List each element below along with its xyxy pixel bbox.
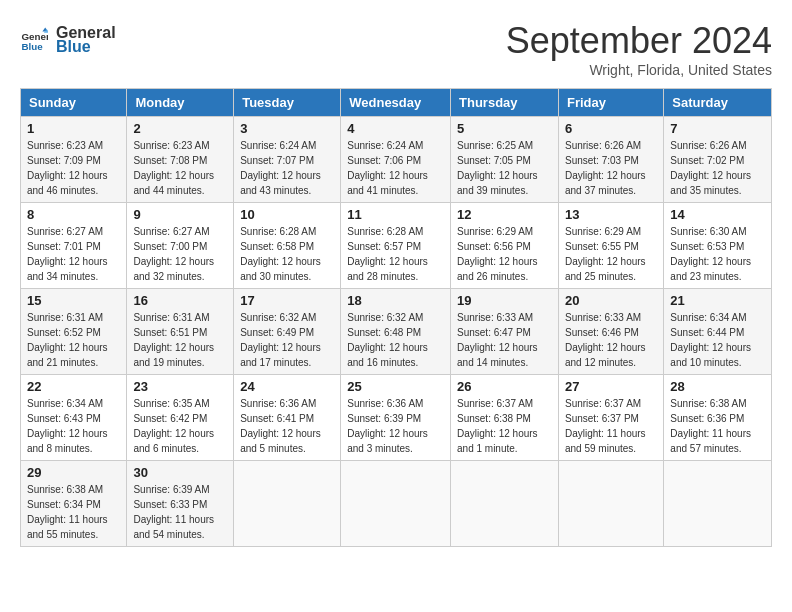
logo-icon: General Blue <box>20 26 48 54</box>
day-info: Sunrise: 6:26 AM Sunset: 7:03 PM Dayligh… <box>565 138 657 198</box>
header-thursday: Thursday <box>451 89 559 117</box>
calendar-cell: 27 Sunrise: 6:37 AM Sunset: 6:37 PM Dayl… <box>558 375 663 461</box>
day-info: Sunrise: 6:29 AM Sunset: 6:55 PM Dayligh… <box>565 224 657 284</box>
day-number: 23 <box>133 379 227 394</box>
day-number: 13 <box>565 207 657 222</box>
calendar-cell: 19 Sunrise: 6:33 AM Sunset: 6:47 PM Dayl… <box>451 289 559 375</box>
calendar-cell: 13 Sunrise: 6:29 AM Sunset: 6:55 PM Dayl… <box>558 203 663 289</box>
day-number: 16 <box>133 293 227 308</box>
day-number: 1 <box>27 121 120 136</box>
calendar-cell: 6 Sunrise: 6:26 AM Sunset: 7:03 PM Dayli… <box>558 117 663 203</box>
calendar-cell <box>664 461 772 547</box>
calendar-cell: 20 Sunrise: 6:33 AM Sunset: 6:46 PM Dayl… <box>558 289 663 375</box>
day-info: Sunrise: 6:25 AM Sunset: 7:05 PM Dayligh… <box>457 138 552 198</box>
day-info: Sunrise: 6:32 AM Sunset: 6:49 PM Dayligh… <box>240 310 334 370</box>
location-subtitle: Wright, Florida, United States <box>506 62 772 78</box>
calendar-cell: 17 Sunrise: 6:32 AM Sunset: 6:49 PM Dayl… <box>234 289 341 375</box>
day-info: Sunrise: 6:28 AM Sunset: 6:58 PM Dayligh… <box>240 224 334 284</box>
day-number: 15 <box>27 293 120 308</box>
day-info: Sunrise: 6:33 AM Sunset: 6:47 PM Dayligh… <box>457 310 552 370</box>
page-header: General Blue General Blue September 2024… <box>20 20 772 78</box>
logo: General Blue General Blue <box>20 24 116 56</box>
day-number: 30 <box>133 465 227 480</box>
calendar-row: 15 Sunrise: 6:31 AM Sunset: 6:52 PM Dayl… <box>21 289 772 375</box>
day-info: Sunrise: 6:24 AM Sunset: 7:07 PM Dayligh… <box>240 138 334 198</box>
day-number: 22 <box>27 379 120 394</box>
title-block: September 2024 Wright, Florida, United S… <box>506 20 772 78</box>
calendar-cell <box>234 461 341 547</box>
calendar-cell: 24 Sunrise: 6:36 AM Sunset: 6:41 PM Dayl… <box>234 375 341 461</box>
day-number: 8 <box>27 207 120 222</box>
calendar-cell: 9 Sunrise: 6:27 AM Sunset: 7:00 PM Dayli… <box>127 203 234 289</box>
calendar-cell: 21 Sunrise: 6:34 AM Sunset: 6:44 PM Dayl… <box>664 289 772 375</box>
day-info: Sunrise: 6:23 AM Sunset: 7:08 PM Dayligh… <box>133 138 227 198</box>
day-number: 11 <box>347 207 444 222</box>
day-number: 19 <box>457 293 552 308</box>
header-wednesday: Wednesday <box>341 89 451 117</box>
day-number: 2 <box>133 121 227 136</box>
calendar-cell: 10 Sunrise: 6:28 AM Sunset: 6:58 PM Dayl… <box>234 203 341 289</box>
day-number: 12 <box>457 207 552 222</box>
day-number: 24 <box>240 379 334 394</box>
day-info: Sunrise: 6:31 AM Sunset: 6:52 PM Dayligh… <box>27 310 120 370</box>
day-info: Sunrise: 6:38 AM Sunset: 6:34 PM Dayligh… <box>27 482 120 542</box>
header-sunday: Sunday <box>21 89 127 117</box>
day-number: 14 <box>670 207 765 222</box>
day-info: Sunrise: 6:30 AM Sunset: 6:53 PM Dayligh… <box>670 224 765 284</box>
header-friday: Friday <box>558 89 663 117</box>
day-info: Sunrise: 6:34 AM Sunset: 6:43 PM Dayligh… <box>27 396 120 456</box>
calendar-cell: 1 Sunrise: 6:23 AM Sunset: 7:09 PM Dayli… <box>21 117 127 203</box>
day-info: Sunrise: 6:38 AM Sunset: 6:36 PM Dayligh… <box>670 396 765 456</box>
day-number: 25 <box>347 379 444 394</box>
calendar-cell <box>341 461 451 547</box>
day-info: Sunrise: 6:37 AM Sunset: 6:38 PM Dayligh… <box>457 396 552 456</box>
day-number: 3 <box>240 121 334 136</box>
day-info: Sunrise: 6:36 AM Sunset: 6:39 PM Dayligh… <box>347 396 444 456</box>
day-info: Sunrise: 6:37 AM Sunset: 6:37 PM Dayligh… <box>565 396 657 456</box>
day-info: Sunrise: 6:31 AM Sunset: 6:51 PM Dayligh… <box>133 310 227 370</box>
day-number: 26 <box>457 379 552 394</box>
day-number: 18 <box>347 293 444 308</box>
day-info: Sunrise: 6:34 AM Sunset: 6:44 PM Dayligh… <box>670 310 765 370</box>
svg-text:Blue: Blue <box>21 41 43 52</box>
day-info: Sunrise: 6:27 AM Sunset: 7:00 PM Dayligh… <box>133 224 227 284</box>
day-number: 17 <box>240 293 334 308</box>
calendar-cell: 25 Sunrise: 6:36 AM Sunset: 6:39 PM Dayl… <box>341 375 451 461</box>
calendar-cell: 11 Sunrise: 6:28 AM Sunset: 6:57 PM Dayl… <box>341 203 451 289</box>
day-number: 20 <box>565 293 657 308</box>
calendar-row: 29 Sunrise: 6:38 AM Sunset: 6:34 PM Dayl… <box>21 461 772 547</box>
calendar-cell: 26 Sunrise: 6:37 AM Sunset: 6:38 PM Dayl… <box>451 375 559 461</box>
day-info: Sunrise: 6:27 AM Sunset: 7:01 PM Dayligh… <box>27 224 120 284</box>
day-info: Sunrise: 6:39 AM Sunset: 6:33 PM Dayligh… <box>133 482 227 542</box>
day-number: 28 <box>670 379 765 394</box>
calendar-cell: 2 Sunrise: 6:23 AM Sunset: 7:08 PM Dayli… <box>127 117 234 203</box>
calendar-cell <box>558 461 663 547</box>
day-info: Sunrise: 6:29 AM Sunset: 6:56 PM Dayligh… <box>457 224 552 284</box>
header-tuesday: Tuesday <box>234 89 341 117</box>
day-info: Sunrise: 6:24 AM Sunset: 7:06 PM Dayligh… <box>347 138 444 198</box>
calendar-cell: 16 Sunrise: 6:31 AM Sunset: 6:51 PM Dayl… <box>127 289 234 375</box>
day-info: Sunrise: 6:36 AM Sunset: 6:41 PM Dayligh… <box>240 396 334 456</box>
day-number: 4 <box>347 121 444 136</box>
day-info: Sunrise: 6:35 AM Sunset: 6:42 PM Dayligh… <box>133 396 227 456</box>
header-saturday: Saturday <box>664 89 772 117</box>
calendar-cell: 5 Sunrise: 6:25 AM Sunset: 7:05 PM Dayli… <box>451 117 559 203</box>
calendar-cell: 15 Sunrise: 6:31 AM Sunset: 6:52 PM Dayl… <box>21 289 127 375</box>
day-number: 27 <box>565 379 657 394</box>
day-info: Sunrise: 6:32 AM Sunset: 6:48 PM Dayligh… <box>347 310 444 370</box>
calendar-cell: 18 Sunrise: 6:32 AM Sunset: 6:48 PM Dayl… <box>341 289 451 375</box>
day-info: Sunrise: 6:26 AM Sunset: 7:02 PM Dayligh… <box>670 138 765 198</box>
month-title: September 2024 <box>506 20 772 62</box>
day-number: 10 <box>240 207 334 222</box>
day-number: 9 <box>133 207 227 222</box>
day-number: 6 <box>565 121 657 136</box>
calendar-cell: 3 Sunrise: 6:24 AM Sunset: 7:07 PM Dayli… <box>234 117 341 203</box>
calendar-cell: 12 Sunrise: 6:29 AM Sunset: 6:56 PM Dayl… <box>451 203 559 289</box>
calendar-row: 22 Sunrise: 6:34 AM Sunset: 6:43 PM Dayl… <box>21 375 772 461</box>
calendar-cell: 29 Sunrise: 6:38 AM Sunset: 6:34 PM Dayl… <box>21 461 127 547</box>
days-header-row: Sunday Monday Tuesday Wednesday Thursday… <box>21 89 772 117</box>
calendar-cell: 28 Sunrise: 6:38 AM Sunset: 6:36 PM Dayl… <box>664 375 772 461</box>
day-info: Sunrise: 6:28 AM Sunset: 6:57 PM Dayligh… <box>347 224 444 284</box>
calendar-cell: 30 Sunrise: 6:39 AM Sunset: 6:33 PM Dayl… <box>127 461 234 547</box>
day-number: 29 <box>27 465 120 480</box>
